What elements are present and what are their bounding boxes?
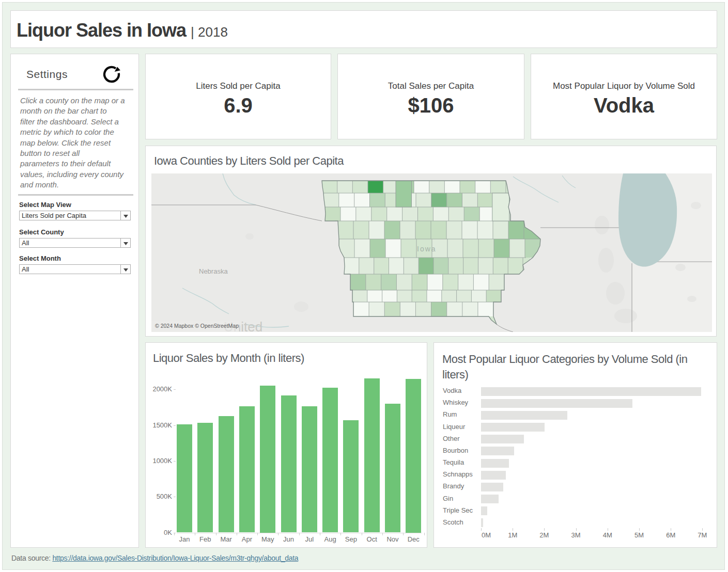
svg-text:Iowa: Iowa: [417, 245, 437, 253]
svg-text:© 2024 Mapbox © OpenStreetMap: © 2024 Mapbox © OpenStreetMap: [155, 323, 239, 329]
svg-text:Nebraska: Nebraska: [199, 267, 228, 275]
